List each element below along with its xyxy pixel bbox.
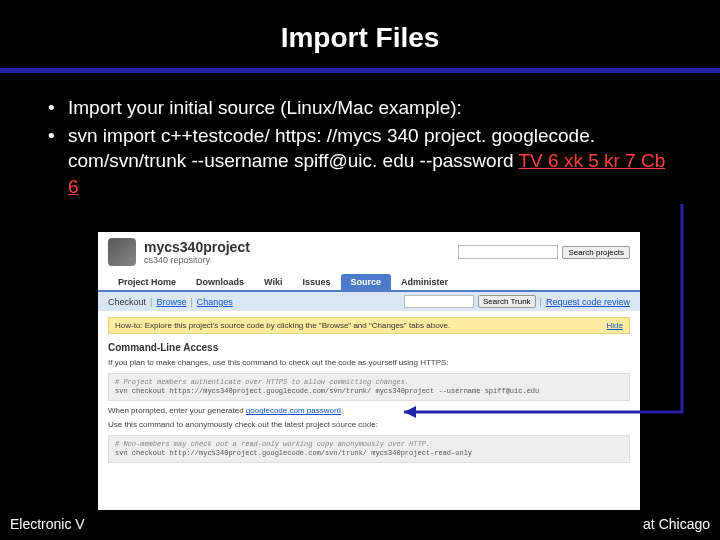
tab-downloads[interactable]: Downloads	[186, 274, 254, 290]
codebox-auth-comment: # Project members authenticate over HTTP…	[115, 378, 409, 386]
subbar-right: Search Trunk | Request code review	[404, 295, 630, 308]
prompt-post: .	[341, 406, 343, 415]
tab-administer[interactable]: Administer	[391, 274, 458, 290]
separator: |	[540, 297, 542, 307]
top-search: Search projects	[458, 245, 630, 259]
bullet-list: Import your initial source (Linux/Mac ex…	[0, 73, 720, 212]
googlecode-page: mycs340project cs340 repository Search p…	[98, 232, 640, 510]
tab-wiki[interactable]: Wiki	[254, 274, 292, 290]
codebox-anon: # Non-members may check out a read-only …	[108, 435, 630, 463]
codebox-auth-cmd: svn checkout https://mycs340project.goog…	[115, 387, 539, 395]
codebox-anon-comment: # Non-members may check out a read-only …	[115, 440, 430, 448]
subtab-checkout[interactable]: Checkout	[108, 297, 146, 307]
codebox-auth: # Project members authenticate over HTTP…	[108, 373, 630, 401]
project-title-block: mycs340project cs340 repository	[144, 239, 250, 265]
footer-right: at Chicago	[643, 516, 710, 532]
googlecode-password-link[interactable]: googlecode.com password	[246, 406, 341, 415]
howto-hide-link[interactable]: Hide	[607, 321, 623, 330]
tab-source[interactable]: Source	[341, 274, 392, 290]
tab-issues[interactable]: Issues	[292, 274, 340, 290]
subtab-changes[interactable]: Changes	[197, 297, 233, 307]
separator: |	[190, 297, 192, 307]
request-review-link[interactable]: Request code review	[546, 297, 630, 307]
prompt-pre: When prompted, enter your generated	[108, 406, 246, 415]
project-name: mycs340project	[144, 239, 250, 255]
howto-text: How-to: Explore this project's source co…	[115, 321, 450, 330]
slide-footer: Electronic V at Chicago	[10, 516, 710, 532]
bullet-1-text: Import your initial source (Linux/Mac ex…	[68, 97, 462, 118]
trunk-search-input[interactable]	[404, 295, 474, 308]
tab-project-home[interactable]: Project Home	[108, 274, 186, 290]
cli-intro-text: If you plan to make changes, use this co…	[98, 355, 640, 370]
bullet-2: svn import c++testcode/ https: //mycs 34…	[48, 123, 672, 200]
password-prompt-line: When prompted, enter your generated goog…	[98, 404, 640, 417]
source-subtabs: Checkout | Browse | Changes Search Trunk…	[98, 292, 640, 311]
codebox-anon-cmd: svn checkout http://mycs340project.googl…	[115, 449, 472, 457]
bullet-2-text: svn import c++testcode/ https: //mycs 34…	[68, 125, 595, 172]
trunk-search-button[interactable]: Search Trunk	[478, 295, 536, 308]
project-subtitle: cs340 repository	[144, 255, 250, 265]
slide-title: Import Files	[0, 0, 720, 68]
cli-section-title: Command-Line Access	[98, 340, 640, 355]
anon-intro-text: Use this command to anonymously check ou…	[98, 417, 640, 432]
project-header: mycs340project cs340 repository Search p…	[98, 232, 640, 268]
embedded-screenshot: mycs340project cs340 repository Search p…	[98, 232, 640, 510]
main-tabs: Project Home Downloads Wiki Issues Sourc…	[98, 268, 640, 292]
footer-left: Electronic V	[10, 516, 85, 532]
top-search-button[interactable]: Search projects	[562, 246, 630, 259]
howto-banner: How-to: Explore this project's source co…	[108, 317, 630, 334]
bullet-1: Import your initial source (Linux/Mac ex…	[48, 95, 672, 121]
top-search-input[interactable]	[458, 245, 558, 259]
project-logo-icon	[108, 238, 136, 266]
separator: |	[150, 297, 152, 307]
subtab-browse[interactable]: Browse	[156, 297, 186, 307]
